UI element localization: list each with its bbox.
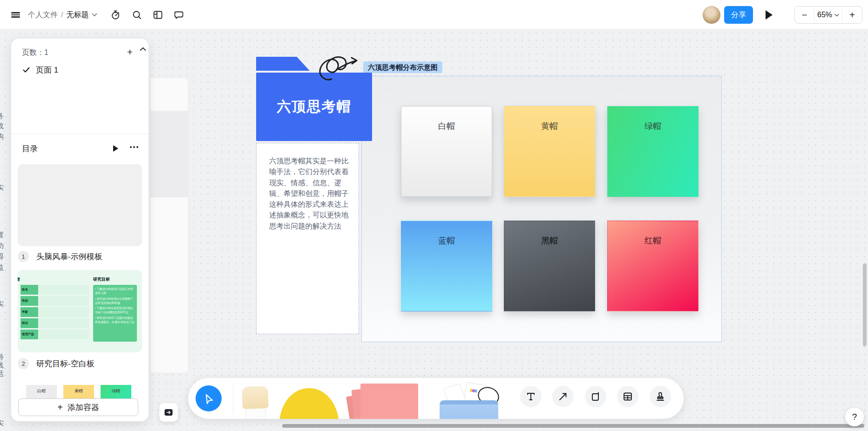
cursor-icon (203, 392, 215, 404)
document-title[interactable]: 无标题 (66, 10, 88, 20)
plus-icon: + (57, 402, 63, 413)
page-list-item[interactable]: 页面 1 (11, 62, 149, 78)
toc-item[interactable]: 1 头脑风暴-示例模板 (18, 251, 102, 262)
page-name: 页面 1 (36, 65, 58, 75)
canvas-text-fragment: 特 (0, 353, 4, 362)
hat-label: 白帽 (438, 121, 455, 132)
hat-label: 绿帽 (644, 121, 661, 132)
mini-hat-white: 白帽 (26, 385, 57, 399)
toc-thumbnail-hats[interactable]: 白帽 黄帽 绿帽 (18, 378, 142, 399)
toc-title: 目录 (22, 143, 38, 154)
table-tool-button[interactable] (617, 386, 638, 407)
check-icon (23, 67, 30, 73)
breadcrumb-folder[interactable]: 个人文件 (28, 10, 58, 20)
canvas-text-fragment: 活 (0, 370, 4, 378)
canvas-text-fragment: 实 (0, 419, 4, 428)
frame-tool-button[interactable] (585, 386, 606, 407)
present-play-icon[interactable] (766, 10, 773, 20)
mini-hat-yellow: 黄帽 (63, 385, 94, 399)
mini-hat-green: 绿帽 (101, 385, 131, 399)
add-container-button[interactable]: + 添加容器 (18, 398, 138, 416)
user-avatar[interactable] (703, 6, 720, 24)
tools-toolbar (188, 378, 684, 419)
folder-title: 六顶思考帽 (277, 97, 352, 116)
timer-icon[interactable] (107, 7, 124, 23)
chevron-down-icon[interactable] (92, 13, 97, 17)
panel-toggle-icon (163, 407, 174, 418)
hat-card-green[interactable]: 绿帽 (607, 106, 698, 197)
hat-card-red[interactable]: 红帽 (607, 221, 698, 311)
canvas-text-fragment: 置 (0, 231, 4, 240)
pages-panel: 页数：1 + 页面 1 目录 1 头脑风暴-示例模板 者 姓名 性别 年龄 职业… (11, 39, 149, 421)
board-title-tag[interactable]: 六顶思考帽分布示意图 (363, 61, 442, 73)
canvas-text-fragment: 务 (0, 112, 4, 121)
panel-toggle-button[interactable] (159, 403, 178, 422)
collapse-panel-icon[interactable] (140, 47, 146, 51)
toc-item[interactable]: 2 研究目标-空白板 (18, 358, 95, 369)
hat-card-black[interactable]: 黑帽 (504, 221, 595, 311)
top-bar: 个人文件 / 无标题 分享 − 65% + (0, 0, 868, 30)
widgets-icon[interactable] (149, 7, 166, 23)
more-options-icon[interactable] (130, 146, 138, 148)
horizontal-scrollbar[interactable] (282, 424, 864, 428)
canvas-text-fragment: 得 (0, 252, 4, 261)
background-block (150, 111, 188, 197)
description-text-box[interactable]: 六顶思考帽其实是一种比喻手法，它们分别代表着现实、情感、信息、逻辑、希望和创意，… (256, 143, 359, 334)
help-button[interactable]: ? (845, 408, 864, 426)
select-tool-button[interactable] (196, 385, 222, 411)
scribble-arrow-doodle[interactable] (315, 50, 363, 87)
hamburger-menu-icon[interactable] (7, 7, 24, 23)
toc-item-index: 2 (18, 358, 29, 369)
share-button[interactable]: 分享 (724, 6, 753, 24)
text-tool-button[interactable] (520, 386, 542, 407)
hat-label: 黑帽 (541, 235, 558, 246)
canvas-text-fragment: 功 (0, 242, 4, 250)
zoom-out-button[interactable]: − (795, 7, 814, 23)
stamp-tool-button[interactable] (650, 386, 671, 407)
marker-eraser-tool[interactable] (242, 386, 269, 419)
thumb-section-title: 研究目标 (93, 276, 110, 283)
toc-item-index: 1 (18, 251, 29, 262)
search-icon[interactable] (129, 7, 145, 23)
zoom-level-dropdown[interactable]: 65% (814, 7, 842, 23)
toc-header: 目录 (11, 141, 149, 155)
yellow-sticky-note-tool[interactable] (279, 388, 339, 419)
frame-icon (590, 391, 601, 402)
hat-label: 蓝帽 (438, 235, 455, 246)
folder-shape-tab[interactable] (256, 57, 310, 71)
canvas-text-fragment: 构 (0, 132, 4, 141)
zoom-in-button[interactable]: + (842, 7, 862, 23)
thumb-label: 者 (18, 276, 20, 283)
canvas-text-fragment: 益 (0, 263, 4, 272)
hat-card-white[interactable]: 白帽 (401, 106, 492, 197)
hat-card-yellow[interactable]: 黄帽 (504, 106, 595, 197)
canvas-text-fragment: 践 (0, 361, 4, 370)
breadcrumb[interactable]: 个人文件 / 无标题 (28, 0, 97, 30)
toc-present-icon[interactable] (113, 145, 118, 152)
six-hats-board[interactable]: 白帽 黄帽 绿帽 蓝帽 黑帽 红帽 (361, 76, 722, 342)
vertical-scrollbar[interactable] (863, 263, 867, 346)
zoom-control: − 65% + (794, 6, 862, 24)
toolkit-box-tool[interactable] (440, 384, 499, 419)
connector-tool-button[interactable] (552, 386, 574, 407)
description-text: 六顶思考帽其实是一种比喻手法，它们分别代表着现实、情感、信息、逻辑、希望和创意，… (269, 155, 353, 231)
comment-icon[interactable] (170, 7, 187, 23)
zoom-level-value: 65% (817, 11, 832, 19)
hat-card-blue[interactable]: 蓝帽 (401, 221, 492, 311)
chevron-down-icon (834, 13, 839, 17)
canvas-text-fragment: 实 (0, 300, 4, 309)
canvas-text-fragment: 实 (0, 183, 4, 192)
thumb-table: 姓名 性别 年龄 职业 使用产品 (20, 285, 89, 341)
divider (233, 383, 233, 414)
text-icon (525, 391, 536, 402)
pages-count-label: 页数：1 (22, 48, 48, 58)
toc-thumbnail-brainstorm[interactable] (18, 164, 142, 246)
add-page-button[interactable]: + (123, 45, 137, 59)
stamp-icon (655, 391, 666, 402)
hat-label: 黄帽 (541, 121, 558, 132)
toc-item-label: 头脑风暴-示例模板 (36, 251, 102, 262)
divider (11, 134, 149, 134)
toc-thumbnail-research[interactable]: 者 姓名 性别 年龄 职业 使用产品 研究目标 • 了解设计师使用产品的工作背景… (18, 270, 142, 352)
pink-sticky-notes-tool[interactable] (349, 382, 424, 419)
toc-item-label: 研究目标-空白板 (36, 358, 95, 369)
